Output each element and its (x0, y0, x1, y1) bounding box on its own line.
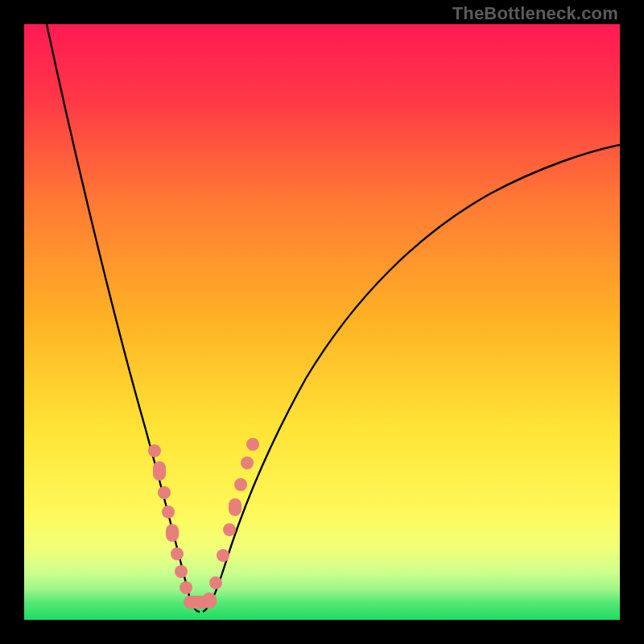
cluster-dot (175, 565, 188, 578)
cluster-dot (148, 444, 161, 457)
cluster-dot (162, 506, 175, 518)
cluster-dot (241, 456, 254, 469)
curve-right-branch (203, 145, 620, 612)
cluster-dot (223, 523, 236, 536)
chart-stage: TheBottleneck.com (0, 0, 644, 644)
cluster-dot (217, 549, 229, 562)
cluster-dot (158, 486, 171, 499)
cluster-dot (153, 461, 166, 481)
bottleneck-curves (24, 24, 620, 620)
cluster-dot (202, 592, 217, 609)
cluster-dot (234, 478, 247, 491)
cluster-dot (246, 438, 259, 451)
cluster-dot (166, 524, 179, 542)
cluster-dot (229, 498, 242, 516)
curve-left-branch (47, 24, 200, 612)
plot-area (24, 24, 620, 620)
cluster-dot (209, 576, 222, 589)
cluster-dot (180, 581, 192, 594)
cluster-dot (171, 547, 184, 560)
watermark-text: TheBottleneck.com (452, 3, 618, 24)
